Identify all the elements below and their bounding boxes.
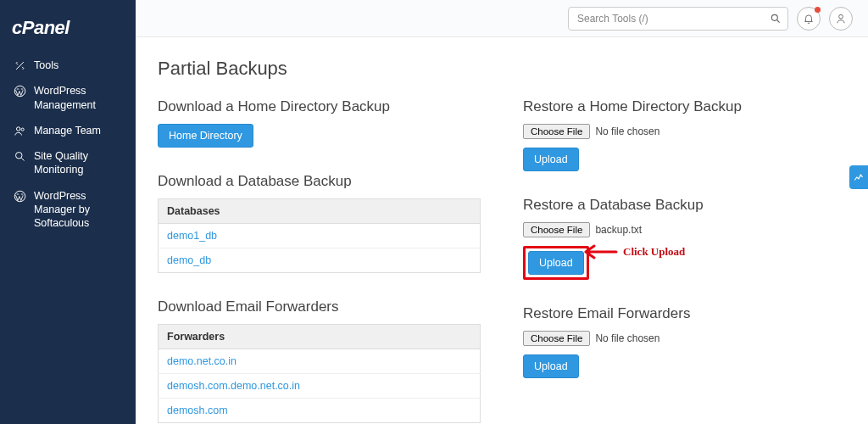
account-button[interactable] [829, 7, 853, 31]
notification-dot-icon [815, 7, 821, 13]
sidebar-item-label: Manage Team [34, 124, 101, 137]
upload-button[interactable]: Upload [523, 354, 579, 378]
callout-text: Click Upload [623, 245, 685, 259]
sidebar-item-manage-team[interactable]: Manage Team [0, 118, 136, 143]
svg-point-1 [16, 127, 19, 131]
svg-point-2 [21, 128, 24, 131]
forwarder-link[interactable]: demo.net.co.in [167, 355, 236, 367]
search-wrap [568, 7, 788, 31]
arrow-left-icon [584, 243, 618, 261]
section-title: Download Email Forwarders [158, 298, 481, 315]
database-link[interactable]: demo1_db [167, 230, 217, 242]
monitor-icon [12, 150, 27, 163]
choose-file-button[interactable]: Choose File [523, 331, 590, 346]
sidebar-item-wordpress-manager[interactable]: WordPress Manager by Softaculous [0, 183, 136, 237]
section-title: Download a Database Backup [158, 173, 481, 190]
download-database-section: Download a Database Backup Databases dem… [158, 173, 481, 273]
search-input[interactable] [568, 7, 788, 31]
forwarder-link[interactable]: demosh.com.demo.net.co.in [167, 380, 300, 392]
wordpress-icon [12, 190, 27, 203]
file-chooser-row: Choose File No file chosen [523, 124, 846, 139]
table-row: demosh.com.demo.net.co.in [159, 374, 481, 399]
sidebar-item-site-quality[interactable]: Site Quality Monitoring [0, 143, 136, 183]
sidebar-item-label: WordPress Management [34, 84, 124, 112]
forwarder-link[interactable]: demosh.com [167, 404, 228, 416]
wordpress-icon [12, 85, 27, 98]
database-link[interactable]: demo_db [167, 254, 211, 266]
home-directory-button[interactable]: Home Directory [158, 124, 253, 148]
restore-database-section: Restore a Database Backup Choose File ba… [523, 197, 846, 280]
sidebar-item-label: Site Quality Monitoring [34, 149, 124, 177]
section-title: Download a Home Directory Backup [158, 98, 481, 115]
tools-icon [12, 59, 27, 72]
upload-button[interactable]: Upload [523, 148, 579, 171]
file-status-text: backup.txt [595, 224, 642, 236]
section-title: Restore a Database Backup [523, 197, 846, 214]
topbar [136, 0, 868, 37]
side-tab-button[interactable] [849, 165, 868, 189]
file-chooser-row: Choose File No file chosen [523, 331, 846, 346]
svg-point-3 [15, 153, 22, 159]
table-row: demo.net.co.in [159, 349, 481, 374]
table-row: demo_db [159, 248, 481, 273]
sidebar-item-wordpress-management[interactable]: WordPress Management [0, 78, 136, 118]
download-home-dir-section: Download a Home Directory Backup Home Di… [158, 98, 481, 148]
svg-point-5 [771, 14, 777, 20]
section-title: Restore Email Forwarders [523, 305, 846, 322]
search-icon[interactable] [768, 11, 783, 26]
left-column: Partial Backups Download a Home Director… [158, 58, 481, 424]
databases-table: Databases demo1_db demo_db [158, 198, 481, 273]
page-title: Partial Backups [158, 58, 481, 80]
choose-file-button[interactable]: Choose File [523, 222, 590, 237]
table-row: demosh.com [159, 399, 481, 423]
brand-logo: cPanel [0, 10, 136, 53]
table-row: demo1_db [159, 224, 481, 248]
file-status-text: No file chosen [595, 126, 659, 137]
upload-highlight: Upload [523, 246, 589, 280]
sidebar-item-label: Tools [34, 59, 58, 72]
restore-home-dir-section: Restore a Home Directory Backup Choose F… [523, 98, 846, 171]
right-column: Restore a Home Directory Backup Choose F… [523, 58, 846, 424]
file-status-text: No file chosen [595, 332, 659, 344]
download-forwarders-section: Download Email Forwarders Forwarders dem… [158, 298, 481, 423]
content-area: Partial Backups Download a Home Director… [136, 0, 868, 424]
sidebar: cPanel Tools WordPress Management Manage… [0, 0, 136, 424]
sidebar-item-label: WordPress Manager by Softaculous [34, 189, 124, 231]
upload-button[interactable]: Upload [528, 251, 584, 275]
table-header: Databases [159, 199, 481, 224]
callout-annotation: Click Upload [584, 243, 685, 261]
restore-forwarders-section: Restore Email Forwarders Choose File No … [523, 305, 846, 378]
section-title: Restore a Home Directory Backup [523, 98, 846, 115]
choose-file-button[interactable]: Choose File [523, 124, 590, 139]
team-icon [12, 125, 27, 137]
table-header: Forwarders [159, 325, 481, 349]
file-chooser-row: Choose File backup.txt [523, 222, 846, 237]
svg-point-6 [839, 14, 843, 19]
forwarders-table: Forwarders demo.net.co.in demosh.com.dem… [158, 324, 481, 423]
sidebar-item-tools[interactable]: Tools [0, 53, 136, 78]
main-content: Partial Backups Download a Home Director… [136, 37, 868, 424]
notifications-button[interactable] [797, 7, 821, 31]
